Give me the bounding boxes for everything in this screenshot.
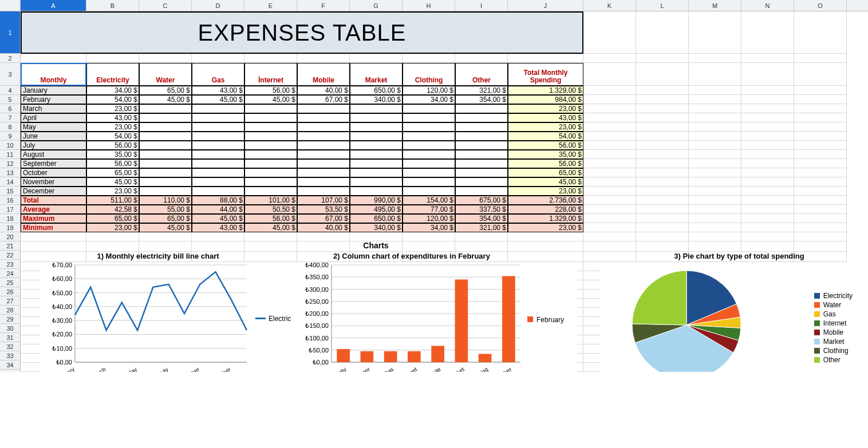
data-cell[interactable] xyxy=(455,168,508,177)
summary-cell[interactable]: 1.329,00 $ xyxy=(508,214,583,223)
summary-cell[interactable]: 55,00 $ xyxy=(139,205,192,214)
data-cell[interactable] xyxy=(297,187,350,196)
summary-cell[interactable]: 101,00 $ xyxy=(244,196,297,205)
cell[interactable] xyxy=(636,214,689,223)
summary-cell[interactable]: 321,00 $ xyxy=(455,223,508,232)
cell[interactable] xyxy=(636,113,689,122)
row-header-33[interactable]: 33 xyxy=(0,351,20,360)
cell[interactable] xyxy=(192,241,244,252)
cell[interactable] xyxy=(794,11,847,54)
grid-area[interactable]: EXPENSES TABLEMonthlyElectricityWaterGas… xyxy=(21,11,868,372)
data-cell[interactable]: 23,00 $ xyxy=(86,122,139,132)
cell[interactable] xyxy=(636,95,689,104)
summary-cell[interactable]: 50,50 $ xyxy=(244,205,297,214)
cell[interactable] xyxy=(583,168,636,177)
cell[interactable] xyxy=(583,241,636,252)
summary-cell[interactable]: 45,00 $ xyxy=(192,214,244,223)
cell[interactable] xyxy=(689,232,741,241)
data-cell[interactable] xyxy=(192,141,244,150)
row-header-11[interactable]: 11 xyxy=(0,150,20,159)
cell[interactable] xyxy=(794,187,847,196)
summary-cell[interactable]: 44,00 $ xyxy=(192,205,244,214)
data-cell[interactable] xyxy=(244,177,297,187)
cell[interactable] xyxy=(794,95,847,104)
cell[interactable] xyxy=(794,223,847,232)
summary-cell[interactable]: 34,00 $ xyxy=(403,223,455,232)
data-cell[interactable]: 35,00 $ xyxy=(508,150,583,159)
data-cell[interactable] xyxy=(455,177,508,187)
month-cell[interactable]: February xyxy=(21,95,86,104)
data-cell[interactable] xyxy=(350,132,403,141)
summary-cell[interactable]: 65,00 $ xyxy=(139,214,192,223)
table-header[interactable]: Electricity xyxy=(86,63,139,86)
data-cell[interactable]: 56,00 $ xyxy=(86,159,139,168)
cell[interactable] xyxy=(794,122,847,132)
cell[interactable] xyxy=(741,223,794,232)
cell[interactable] xyxy=(403,232,455,241)
cell[interactable] xyxy=(689,86,741,95)
data-cell[interactable] xyxy=(297,150,350,159)
cell[interactable] xyxy=(636,86,689,95)
data-cell[interactable] xyxy=(139,132,192,141)
cell[interactable] xyxy=(794,177,847,187)
data-cell[interactable]: 45,00 $ xyxy=(86,177,139,187)
data-cell[interactable] xyxy=(192,113,244,122)
data-cell[interactable]: 35,00 $ xyxy=(86,150,139,159)
cell[interactable] xyxy=(86,232,139,241)
cell[interactable] xyxy=(508,232,583,241)
data-cell[interactable] xyxy=(139,168,192,177)
cell[interactable] xyxy=(192,232,244,241)
data-cell[interactable] xyxy=(244,122,297,132)
column-header-H[interactable]: H xyxy=(403,0,455,11)
data-cell[interactable] xyxy=(455,150,508,159)
data-cell[interactable] xyxy=(350,122,403,132)
data-cell[interactable]: 340,00 $ xyxy=(350,95,403,104)
data-cell[interactable] xyxy=(455,159,508,168)
summary-cell[interactable]: 650,00 $ xyxy=(350,214,403,223)
row-header-4[interactable]: 4 xyxy=(0,86,20,95)
data-cell[interactable] xyxy=(297,141,350,150)
cell[interactable] xyxy=(794,86,847,95)
table-header[interactable]: İnternet xyxy=(244,63,297,86)
row-header-31[interactable]: 31 xyxy=(0,333,20,342)
cell[interactable] xyxy=(583,86,636,95)
column-header-B[interactable]: B xyxy=(86,0,139,11)
cell[interactable] xyxy=(689,205,741,214)
data-cell[interactable] xyxy=(244,132,297,141)
data-cell[interactable]: 23,00 $ xyxy=(86,187,139,196)
data-cell[interactable] xyxy=(139,104,192,113)
row-header-27[interactable]: 27 xyxy=(0,296,20,306)
cell[interactable] xyxy=(636,177,689,187)
data-cell[interactable] xyxy=(403,168,455,177)
cell[interactable] xyxy=(244,232,297,241)
cell[interactable] xyxy=(689,11,741,54)
data-cell[interactable] xyxy=(403,177,455,187)
cell[interactable] xyxy=(583,159,636,168)
cell[interactable] xyxy=(741,122,794,132)
cell[interactable] xyxy=(636,223,689,232)
table-header[interactable]: Market xyxy=(350,63,403,86)
cell[interactable] xyxy=(689,241,741,252)
summary-cell[interactable]: 990,00 $ xyxy=(350,196,403,205)
row-header-28[interactable]: 28 xyxy=(0,306,20,315)
data-cell[interactable]: 65,00 $ xyxy=(139,86,192,95)
data-cell[interactable] xyxy=(403,150,455,159)
data-cell[interactable]: 65,00 $ xyxy=(86,168,139,177)
cell[interactable] xyxy=(583,177,636,187)
month-cell[interactable]: December xyxy=(21,187,86,196)
cell[interactable] xyxy=(689,150,741,159)
cell[interactable] xyxy=(741,241,794,252)
data-cell[interactable] xyxy=(403,141,455,150)
data-cell[interactable] xyxy=(350,113,403,122)
cell[interactable] xyxy=(86,241,139,252)
data-cell[interactable] xyxy=(244,141,297,150)
data-cell[interactable] xyxy=(455,104,508,113)
cell[interactable] xyxy=(689,122,741,132)
cell[interactable] xyxy=(689,95,741,104)
summary-cell[interactable]: 56,00 $ xyxy=(244,214,297,223)
data-cell[interactable] xyxy=(455,141,508,150)
row-header-14[interactable]: 14 xyxy=(0,177,20,187)
row-header-22[interactable]: 22 xyxy=(0,251,20,260)
summary-cell[interactable]: 23,00 $ xyxy=(86,223,139,232)
charts-section-title[interactable]: Charts xyxy=(350,241,403,252)
